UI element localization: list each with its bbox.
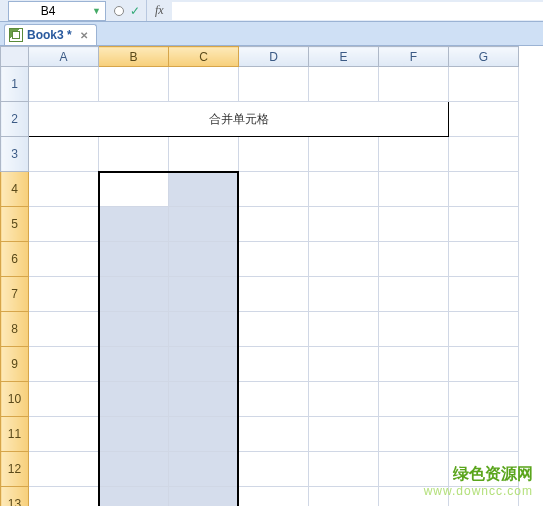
cell-A7[interactable] bbox=[29, 277, 99, 312]
cell-F7[interactable] bbox=[379, 277, 449, 312]
cell-B12[interactable] bbox=[99, 452, 169, 487]
cell-G6[interactable] bbox=[449, 242, 519, 277]
row-header-1[interactable]: 1 bbox=[1, 67, 29, 102]
cell-D13[interactable] bbox=[239, 487, 309, 507]
name-box-input[interactable] bbox=[13, 4, 83, 18]
cell-E4[interactable] bbox=[309, 172, 379, 207]
cell-C12[interactable] bbox=[169, 452, 239, 487]
cell-E5[interactable] bbox=[309, 207, 379, 242]
cell-C9[interactable] bbox=[169, 347, 239, 382]
enter-icon[interactable]: ✓ bbox=[130, 5, 140, 17]
row-header-13[interactable]: 13 bbox=[1, 487, 29, 507]
cell-B10[interactable] bbox=[99, 382, 169, 417]
cell-G4[interactable] bbox=[449, 172, 519, 207]
cell-A9[interactable] bbox=[29, 347, 99, 382]
row-header-7[interactable]: 7 bbox=[1, 277, 29, 312]
cell-C10[interactable] bbox=[169, 382, 239, 417]
cell-C7[interactable] bbox=[169, 277, 239, 312]
cell-G1[interactable] bbox=[449, 67, 519, 102]
row-header-8[interactable]: 8 bbox=[1, 312, 29, 347]
cell-C1[interactable] bbox=[169, 67, 239, 102]
cell-G5[interactable] bbox=[449, 207, 519, 242]
cell-G13[interactable] bbox=[449, 487, 519, 507]
cell-G10[interactable] bbox=[449, 382, 519, 417]
cell-B13[interactable] bbox=[99, 487, 169, 507]
cell-D4[interactable] bbox=[239, 172, 309, 207]
cell-C11[interactable] bbox=[169, 417, 239, 452]
fx-label[interactable]: fx bbox=[146, 0, 172, 21]
cell-C6[interactable] bbox=[169, 242, 239, 277]
cell-D6[interactable] bbox=[239, 242, 309, 277]
col-header-A[interactable]: A bbox=[29, 47, 99, 67]
cell-E6[interactable] bbox=[309, 242, 379, 277]
select-all-corner[interactable] bbox=[1, 47, 29, 67]
cell-F4[interactable] bbox=[379, 172, 449, 207]
cell-D8[interactable] bbox=[239, 312, 309, 347]
cell-C5[interactable] bbox=[169, 207, 239, 242]
cell-A3[interactable] bbox=[29, 137, 99, 172]
cell-A13[interactable] bbox=[29, 487, 99, 507]
cell-E12[interactable] bbox=[309, 452, 379, 487]
col-header-B[interactable]: B bbox=[99, 47, 169, 67]
cell-F3[interactable] bbox=[379, 137, 449, 172]
cell-B11[interactable] bbox=[99, 417, 169, 452]
cell-B6[interactable] bbox=[99, 242, 169, 277]
cell-A11[interactable] bbox=[29, 417, 99, 452]
cell-E13[interactable] bbox=[309, 487, 379, 507]
col-header-E[interactable]: E bbox=[309, 47, 379, 67]
cell-E9[interactable] bbox=[309, 347, 379, 382]
cell-F10[interactable] bbox=[379, 382, 449, 417]
cell-G9[interactable] bbox=[449, 347, 519, 382]
cell-B1[interactable] bbox=[99, 67, 169, 102]
cell-A1[interactable] bbox=[29, 67, 99, 102]
col-header-C[interactable]: C bbox=[169, 47, 239, 67]
cell-E3[interactable] bbox=[309, 137, 379, 172]
row-header-6[interactable]: 6 bbox=[1, 242, 29, 277]
cell-B8[interactable] bbox=[99, 312, 169, 347]
cell-D12[interactable] bbox=[239, 452, 309, 487]
cell-C3[interactable] bbox=[169, 137, 239, 172]
cell-D9[interactable] bbox=[239, 347, 309, 382]
col-header-D[interactable]: D bbox=[239, 47, 309, 67]
merged-cell[interactable]: 合并单元格 bbox=[29, 102, 449, 137]
cell-B4[interactable] bbox=[99, 172, 169, 207]
cell-A10[interactable] bbox=[29, 382, 99, 417]
cell-F5[interactable] bbox=[379, 207, 449, 242]
cell-G7[interactable] bbox=[449, 277, 519, 312]
cell-D10[interactable] bbox=[239, 382, 309, 417]
cell-E7[interactable] bbox=[309, 277, 379, 312]
cell-E1[interactable] bbox=[309, 67, 379, 102]
cell-F6[interactable] bbox=[379, 242, 449, 277]
cell-A6[interactable] bbox=[29, 242, 99, 277]
cell-F8[interactable] bbox=[379, 312, 449, 347]
cell-D1[interactable] bbox=[239, 67, 309, 102]
cell-B9[interactable] bbox=[99, 347, 169, 382]
cell-D7[interactable] bbox=[239, 277, 309, 312]
cell-B3[interactable] bbox=[99, 137, 169, 172]
cell-E8[interactable] bbox=[309, 312, 379, 347]
cell-A4[interactable] bbox=[29, 172, 99, 207]
cell-G3[interactable] bbox=[449, 137, 519, 172]
dropdown-icon[interactable]: ▼ bbox=[92, 6, 101, 16]
col-header-F[interactable]: F bbox=[379, 47, 449, 67]
cell-D3[interactable] bbox=[239, 137, 309, 172]
cell-F1[interactable] bbox=[379, 67, 449, 102]
cell-B5[interactable] bbox=[99, 207, 169, 242]
cell-B7[interactable] bbox=[99, 277, 169, 312]
row-header-9[interactable]: 9 bbox=[1, 347, 29, 382]
cell-A8[interactable] bbox=[29, 312, 99, 347]
cell-F11[interactable] bbox=[379, 417, 449, 452]
row-header-2[interactable]: 2 bbox=[1, 102, 29, 137]
cancel-icon[interactable] bbox=[114, 6, 124, 16]
close-icon[interactable]: ✕ bbox=[80, 30, 88, 41]
row-header-5[interactable]: 5 bbox=[1, 207, 29, 242]
cell-E11[interactable] bbox=[309, 417, 379, 452]
cell-F12[interactable] bbox=[379, 452, 449, 487]
cell-G11[interactable] bbox=[449, 417, 519, 452]
row-header-4[interactable]: 4 bbox=[1, 172, 29, 207]
cell-C8[interactable] bbox=[169, 312, 239, 347]
cell-C4[interactable] bbox=[169, 172, 239, 207]
row-header-3[interactable]: 3 bbox=[1, 137, 29, 172]
spreadsheet-grid[interactable]: ABCDEFG12合并单元格345678910111213 绿色资源网 www.… bbox=[0, 46, 543, 506]
cell-G8[interactable] bbox=[449, 312, 519, 347]
